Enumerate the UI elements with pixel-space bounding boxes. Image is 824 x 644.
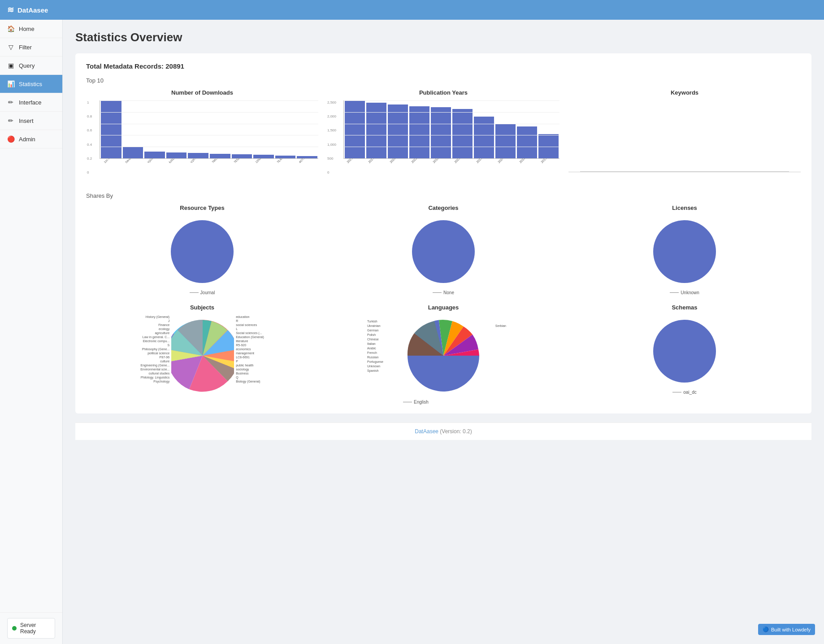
- languages-serbian-label: Serbian: [495, 324, 506, 327]
- categories-legend: None: [433, 290, 454, 295]
- licenses-pie: Unknown: [649, 216, 720, 295]
- bar-10: [297, 156, 317, 158]
- resource-types-svg: [166, 216, 238, 287]
- bar-9: [275, 156, 296, 158]
- app-logo: ≋ DatAasee: [7, 5, 48, 15]
- filter-icon: ▽: [7, 44, 14, 51]
- categories-svg: [408, 216, 479, 287]
- server-status-section: Server Ready: [0, 612, 62, 644]
- downloads-bar-labels: 1zc-3RCcHA lVe4SUVJWr VyOc+Mkk kz5DUkWO …: [100, 159, 318, 183]
- main-layout: 🏠 Home ▽ Filter ▣ Query 📊 Statistics ✏ I…: [0, 20, 824, 644]
- schemas-chart: Schemas oai_dc: [568, 304, 801, 405]
- insert-icon: ✏: [7, 117, 14, 124]
- schemas-svg: [649, 315, 720, 387]
- sidebar: 🏠 Home ▽ Filter ▣ Query 📊 Statistics ✏ I…: [0, 20, 63, 644]
- sidebar-item-interface[interactable]: ✏ Interface: [0, 93, 62, 112]
- subjects-svg: [171, 315, 234, 396]
- footer-version: (Version: 0.2): [440, 428, 472, 435]
- sidebar-item-query[interactable]: ▣ Query: [0, 57, 62, 75]
- subjects-labels-left: History (General)JFinanceecologyagricult…: [140, 315, 169, 396]
- bar-1: [101, 100, 121, 158]
- sidebar-item-admin[interactable]: 🔴 Admin: [0, 130, 62, 148]
- footer: DatAasee (Version: 0.2): [75, 422, 811, 440]
- keywords-placeholder: [568, 100, 801, 172]
- sidebar-label-home: Home: [19, 26, 35, 32]
- year-bar-5: [431, 107, 451, 158]
- sidebar-label-interface: Interface: [19, 99, 42, 106]
- home-icon: 🏠: [7, 25, 14, 32]
- stats-card: Total Metadata Records: 20891 Top 10 Num…: [75, 53, 811, 413]
- languages-svg: [403, 315, 484, 396]
- bottom-charts-row: Subjects History (General)JFinanceecolog…: [86, 304, 801, 405]
- total-records: Total Metadata Records: 20891: [86, 62, 801, 70]
- keywords-title: Keywords: [671, 89, 698, 96]
- status-label: Server Ready: [20, 622, 50, 635]
- sidebar-item-statistics[interactable]: 📊 Statistics: [0, 75, 62, 93]
- bar-4: [166, 152, 187, 158]
- year-bar-10: [538, 134, 559, 158]
- shares-by-label: Shares By: [86, 192, 801, 199]
- page-title: Statistics Overview: [75, 30, 811, 44]
- footer-link[interactable]: DatAasee: [415, 428, 438, 435]
- resource-types-title: Resource Types: [180, 205, 224, 211]
- resource-types-chart: Resource Types Journal: [86, 205, 318, 295]
- bar-6: [210, 154, 230, 158]
- categories-pie: None: [408, 216, 479, 295]
- top10-charts-row: Number of Downloads 10.80.60.40.20: [86, 89, 801, 183]
- year-bar-4: [409, 106, 429, 158]
- server-status-badge: Server Ready: [7, 618, 55, 639]
- svg-point-0: [171, 220, 234, 283]
- schemas-pie: oai_dc: [649, 315, 720, 395]
- subjects-title: Subjects: [190, 304, 214, 311]
- sidebar-item-home[interactable]: 🏠 Home: [0, 20, 62, 38]
- admin-icon: 🔴: [7, 135, 14, 143]
- downloads-chart: Number of Downloads 10.80.60.40.20: [86, 89, 318, 183]
- year-bar-8: [495, 124, 516, 158]
- categories-title: Categories: [428, 205, 458, 211]
- interface-icon: ✏: [7, 99, 14, 106]
- year-bar-2: [366, 103, 386, 158]
- sidebar-label-insert: Insert: [19, 117, 34, 124]
- licenses-chart: Licenses Unknown: [568, 205, 801, 295]
- years-bar-labels: 2021 2017 2020 2022 2018 2023 2019 2024 …: [343, 159, 559, 183]
- query-icon: ▣: [7, 62, 14, 69]
- languages-chart: Languages TurkishUkrainianGermanPolish C…: [327, 304, 559, 405]
- years-bars: [343, 100, 559, 159]
- licenses-title: Licenses: [672, 205, 697, 211]
- built-badge-icon: 🔵: [763, 627, 769, 632]
- publication-years-chart: Publication Years 2,5002,0001,5001,00050…: [327, 89, 559, 183]
- licenses-legend: Unknown: [670, 290, 699, 295]
- statistics-icon: 📊: [7, 80, 14, 87]
- shares-row: Resource Types Journal Categories: [86, 205, 801, 295]
- sidebar-item-insert[interactable]: ✏ Insert: [0, 112, 62, 130]
- schemas-title: Schemas: [672, 304, 697, 311]
- sidebar-label-statistics: Statistics: [19, 81, 42, 87]
- subjects-pie-wrap: History (General)JFinanceecologyagricult…: [140, 315, 264, 396]
- sidebar-item-filter[interactable]: ▽ Filter: [0, 38, 62, 57]
- year-bar-7: [474, 117, 494, 158]
- resource-types-legend: Journal: [190, 290, 215, 295]
- sidebar-label-query: Query: [19, 62, 35, 69]
- svg-point-1: [412, 220, 475, 283]
- svg-point-3: [653, 320, 716, 383]
- languages-labels-left: TurkishUkrainianGermanPolish ChineseItal…: [367, 320, 383, 372]
- topbar: ≋ DatAasee: [0, 0, 824, 20]
- keywords-chart: Keywords: [568, 89, 801, 183]
- bar-2: [123, 147, 143, 158]
- app-name: DatAasee: [17, 6, 48, 14]
- year-bar-6: [452, 109, 473, 158]
- downloads-y-axis: 10.80.60.40.20: [87, 100, 92, 174]
- status-dot: [12, 626, 17, 631]
- sidebar-label-admin: Admin: [19, 136, 35, 143]
- keywords-line: [580, 171, 789, 172]
- bar-5: [188, 153, 208, 158]
- bar-7: [232, 154, 252, 158]
- subjects-labels-right: educationRsocial sciencesL Social scienc…: [236, 315, 264, 396]
- publication-years-title: Publication Years: [419, 89, 468, 96]
- languages-legend: English: [403, 400, 484, 405]
- resource-types-pie: Journal: [166, 216, 238, 295]
- schemas-legend: oai_dc: [672, 390, 696, 395]
- categories-chart: Categories None: [327, 205, 559, 295]
- year-bar-3: [388, 104, 408, 158]
- languages-pie-wrap: TurkishUkrainianGermanPolish ChineseItal…: [403, 315, 484, 405]
